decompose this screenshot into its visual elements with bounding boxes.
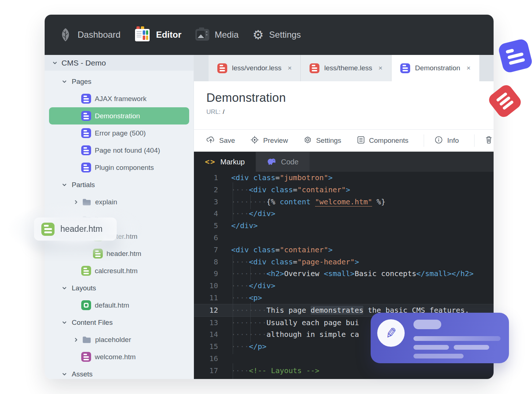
code-line-17[interactable]: 17····<!-- Layouts --> [194, 365, 494, 377]
skeleton-pill [413, 320, 441, 329]
close-tab-icon[interactable]: × [378, 64, 382, 72]
file-tab-demonstration[interactable]: Demonstration× [391, 55, 479, 81]
nav-item-dashboard[interactable]: Dashboard [78, 30, 120, 40]
tree-item-label: Page not found (404) [95, 146, 160, 155]
code-line-1[interactable]: 1<div class="jumbotron"> [194, 172, 494, 184]
code-line-5[interactable]: 5</div> [194, 220, 494, 232]
tree-folder-placeholder[interactable]: placeholder [45, 331, 194, 348]
toolbar-button-label: Components [369, 137, 409, 145]
close-tab-icon[interactable]: × [288, 64, 292, 72]
page-title: Demonstration [206, 91, 494, 105]
file-tab-less-theme-less[interactable]: less/theme.less× [301, 55, 391, 81]
tree-item-label: Assets [72, 370, 93, 378]
sidebar-root-label: CMS - Demo [61, 59, 106, 67]
code-line-content: ····<p> [224, 292, 494, 304]
trash-icon [485, 135, 493, 146]
code-line-content: ········<h2>Overview <small>Basic concep… [224, 268, 494, 280]
url-label: URL: [206, 108, 221, 115]
pencil-circle: ✎ [377, 319, 405, 347]
sidebar-root-header[interactable]: CMS - Demo [45, 55, 194, 71]
drag-ghost-label: header.htm [60, 224, 102, 234]
code-line-9[interactable]: 9········<h2>Overview <small>Basic conce… [194, 268, 494, 280]
tree-section-partials[interactable]: Partials [45, 176, 194, 193]
toolbar-save-button[interactable]: Save [206, 136, 235, 145]
code-line-content: </div> [224, 220, 494, 232]
line-number: 1 [194, 172, 224, 184]
line-number: 6 [194, 232, 224, 244]
close-tab-icon[interactable]: × [467, 64, 471, 72]
tree-item-welcome-htm[interactable]: welcome.htm [45, 348, 194, 365]
toolbar-divider [424, 134, 424, 147]
nav-label: Settings [269, 30, 301, 40]
code-line-8[interactable]: 8····<div class="page-header"> [194, 256, 494, 268]
chevron-down-icon [52, 60, 58, 66]
toolbar-info-button[interactable]: Info [434, 135, 459, 146]
settings-gear-icon: ⚙ [252, 29, 263, 41]
line-number: 3 [194, 196, 224, 208]
tree-item-label: welcome.htm [95, 353, 136, 361]
tree-section-content-files[interactable]: Content Files [45, 314, 194, 331]
line-number: 18 [194, 377, 224, 379]
nav-item-media[interactable]: Media [195, 29, 239, 41]
toolbar-button-label: Save [219, 137, 235, 145]
open-file-tabs: less/vendor.less×less/theme.less×Demonst… [194, 55, 494, 81]
pencil-icon: ✎ [384, 324, 398, 342]
tree-item-default-htm[interactable]: default.htm [45, 297, 194, 314]
page-file-icon [81, 111, 91, 121]
nav-label: Media [215, 30, 239, 40]
nav-item-editor[interactable]: Editor [134, 27, 181, 42]
editor-tab-markup[interactable]: <>Markup [194, 152, 256, 172]
tree-item-calcresult-htm[interactable]: calcresult.htm [45, 262, 194, 279]
save-cloud-icon [206, 136, 215, 145]
code-line-content: ····<div class="container"> [224, 184, 494, 196]
toolbar-settings-button[interactable]: Settings [303, 135, 341, 146]
tree-item-ajax-framework[interactable]: AJAX framework [45, 90, 194, 107]
line-number: 16 [194, 353, 224, 365]
tree-section-layouts[interactable]: Layouts [45, 279, 194, 297]
toolbar-components-button[interactable]: Components [357, 135, 409, 146]
code-line-content: ····<div class="page-header"> [224, 256, 494, 268]
code-line-content: ····<h2>Layouts</h2> [224, 377, 494, 379]
tree-section-pages[interactable]: Pages [45, 73, 194, 90]
layout-ring [84, 303, 89, 308]
line-number: 14 [194, 328, 224, 341]
code-line-6[interactable]: 6 [194, 232, 494, 244]
tree-item-label: placeholder [95, 336, 131, 344]
info-circle-icon [434, 135, 443, 146]
tree-item-demonstration[interactable]: Demonstration [49, 107, 189, 124]
line-number: 13 [194, 317, 224, 329]
partial-file-icon [81, 266, 91, 276]
line-number: 7 [194, 244, 224, 256]
code-line-3[interactable]: 3········{% content "welcome.htm" %} [194, 196, 494, 208]
code-line-4[interactable]: 4····</div> [194, 208, 494, 220]
editor-tab-label: Markup [220, 158, 245, 166]
tree-item-error-page-500[interactable]: Error page (500) [45, 124, 194, 142]
chevron-down-icon [61, 79, 67, 85]
code-line-10[interactable]: 10····</div> [194, 280, 494, 292]
code-line-7[interactable]: 7<div class="container"> [194, 244, 494, 256]
tree-section-assets[interactable]: Assets [45, 365, 194, 379]
code-line-content: ········{% content "welcome.htm" %} [224, 196, 494, 208]
line-number: 2 [194, 184, 224, 196]
toolbar-preview-button[interactable]: Preview [250, 135, 288, 146]
file-tab-label: less/vendor.less [232, 64, 281, 72]
nav-item-settings[interactable]: ⚙Settings [252, 29, 301, 41]
file-tab-less-vendor-less[interactable]: less/vendor.less× [209, 55, 301, 81]
code-line-content: ····</div> [224, 208, 494, 220]
page-url: URL:/ [206, 108, 494, 116]
tree-item-label: Content Files [72, 319, 113, 327]
code-line-18[interactable]: 18····<h2>Layouts</h2> [194, 377, 494, 379]
line-number: 11 [194, 292, 224, 304]
code-line-2[interactable]: 2····<div class="container"> [194, 184, 494, 196]
code-line-11[interactable]: 11····<p> [194, 292, 494, 304]
toolbar-button-label: Info [447, 137, 459, 145]
editor-tab-code[interactable]: Code [256, 152, 310, 172]
document-toolbar: SavePreviewSettingsComponentsInfo [194, 129, 494, 152]
toolbar-delete-button[interactable] [485, 135, 493, 146]
tree-item-plugin-components[interactable]: Plugin components [45, 159, 194, 176]
decorative-page-tile-icon [497, 38, 532, 74]
editor-mode-tabs: <>MarkupCode [194, 152, 494, 172]
code-line-content [224, 232, 494, 244]
drag-ghost-card[interactable]: header.htm [34, 218, 117, 241]
tree-item-page-not-found-404[interactable]: Page not found (404) [45, 142, 194, 159]
